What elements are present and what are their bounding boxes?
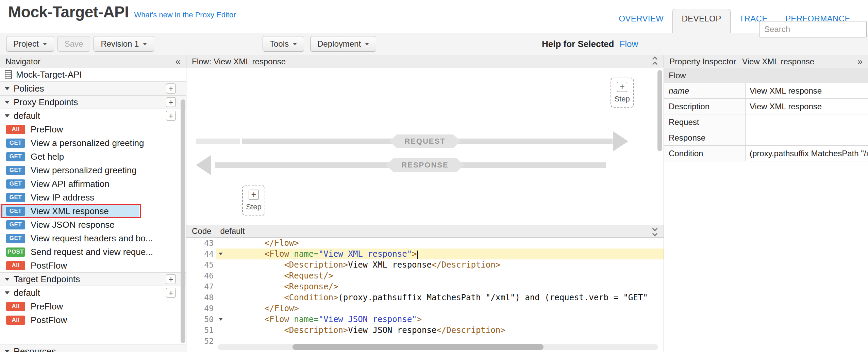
nav-item-view-ip-address[interactable]: GETView IP address <box>0 191 186 204</box>
prop-value[interactable] <box>746 130 868 145</box>
code-line[interactable]: 48 <Condition>(proxy.pathsuffix MatchesP… <box>186 292 664 303</box>
code-line[interactable]: 46 <Request/> <box>186 270 664 281</box>
tab-overview[interactable]: OVERVIEW <box>610 9 672 33</box>
add-button[interactable]: + <box>166 111 176 121</box>
nav-root-mock-target-api[interactable]: Mock-Target-API <box>0 68 186 82</box>
nav-subsection-default[interactable]: default+ <box>0 109 186 123</box>
nav-item-send-request-and-view-reque[interactable]: POSTSend request and view reque... <box>0 245 186 259</box>
code-line[interactable]: 51 <Description>View JSON response</Desc… <box>186 325 664 336</box>
add-button[interactable]: + <box>166 274 176 284</box>
code-line[interactable]: 49 </Flow> <box>186 303 664 314</box>
add-button[interactable]: + <box>166 288 176 298</box>
nav-item-label: View IP address <box>31 192 94 203</box>
code-horizontal-scrollbar[interactable] <box>218 344 658 350</box>
add-step-button-request[interactable]: + Step <box>611 78 634 108</box>
nav-subsection-default[interactable]: default+ <box>0 286 186 300</box>
method-badge: GET <box>6 207 25 216</box>
prop-row-condition: Condition(proxy.pathsuffix MatchesPath "… <box>664 146 868 161</box>
prop-row-name: nameView XML response <box>664 83 868 99</box>
nav-item-label: Policies <box>14 83 44 94</box>
nav-item-view-request-headers-and-bo[interactable]: GETView request headers and bo... <box>0 231 186 245</box>
prop-row-response: Response <box>664 130 868 146</box>
prop-section-flow: Flow <box>664 68 868 83</box>
nav-section-policies[interactable]: Policies+ <box>0 82 186 95</box>
code-line[interactable]: 50 <Flow name="View JSON response"> <box>186 314 664 325</box>
fold-gutter <box>216 259 225 270</box>
code-line[interactable]: 45 <Description>View XML response</Descr… <box>186 259 664 270</box>
nav-item-label: PreFlow <box>31 301 63 312</box>
prop-value[interactable]: View XML response <box>746 99 868 114</box>
help-flow-link[interactable]: Flow <box>619 39 638 49</box>
save-button[interactable]: Save <box>57 36 90 52</box>
property-inspector-subtitle: View XML response <box>742 57 814 66</box>
navigator-scrollbar[interactable] <box>181 68 185 352</box>
fold-gutter <box>216 270 225 281</box>
search-input[interactable] <box>759 21 867 37</box>
prop-value[interactable] <box>746 114 868 130</box>
flow-panel-title: Flow: View XML response <box>192 57 286 66</box>
expand-inspector-icon[interactable]: » <box>857 57 863 66</box>
nav-item-postflow[interactable]: AllPostFlow <box>0 313 186 327</box>
collapse-code-panel-icon[interactable] <box>652 225 658 237</box>
prop-value[interactable]: (proxy.pathsuffix MatchesPath "/x <box>746 146 868 161</box>
fold-marker-icon[interactable] <box>216 249 225 259</box>
line-number: 43 <box>186 238 216 249</box>
nav-section-resources[interactable]: Resources <box>0 345 186 352</box>
nav-item-view-json-response[interactable]: GETView JSON response <box>0 218 186 231</box>
tab-develop[interactable]: DEVELOP <box>672 9 730 33</box>
content: Navigator « Mock-Target-APIPolicies+Prox… <box>0 55 868 352</box>
request-arrow-icon <box>613 131 628 151</box>
code-editor[interactable]: 43 </Flow>44 <Flow name="View XML respon… <box>186 238 664 352</box>
fold-marker-icon[interactable] <box>216 314 225 325</box>
plus-icon: + <box>617 82 627 92</box>
code-text: <Description>View JSON response</Descrip… <box>225 325 664 336</box>
code-line[interactable]: 43 </Flow> <box>186 238 664 249</box>
nav-item-preflow[interactable]: AllPreFlow <box>0 300 186 313</box>
prop-value[interactable]: View XML response <box>746 83 868 98</box>
add-step-button-response[interactable]: + Step <box>242 186 265 215</box>
nav-item-view-xml-response[interactable]: GETView XML response <box>0 204 186 218</box>
fold-gutter <box>216 238 225 249</box>
property-inspector-header: Property Inspector View XML response » <box>664 55 868 68</box>
text-cursor <box>417 251 418 259</box>
line-content: <Request/> <box>216 270 664 281</box>
nav-item-get-help[interactable]: GETGet help <box>0 150 186 163</box>
flow-scrollbar[interactable] <box>657 70 662 223</box>
nav-item-preflow[interactable]: AllPreFlow <box>0 123 186 136</box>
nav-section-target-endpoints[interactable]: Target Endpoints+ <box>0 272 186 286</box>
nav-item-postflow[interactable]: AllPostFlow <box>0 259 186 272</box>
tools-button[interactable]: Tools <box>263 36 304 52</box>
code-text: <Response/> <box>225 281 664 292</box>
whats-new-link[interactable]: What's new in the Proxy Editor <box>134 11 236 19</box>
nav-item-label: Get help <box>31 151 64 162</box>
nav-item-label: PostFlow <box>31 315 67 325</box>
nav-section-proxy-endpoints[interactable]: Proxy Endpoints+ <box>0 95 186 109</box>
project-button[interactable]: Project <box>6 36 54 52</box>
nav-item-label: Resources <box>14 346 56 352</box>
add-button[interactable]: + <box>166 97 176 107</box>
nav-item-label: PreFlow <box>31 124 63 135</box>
expand-flow-panel-icon[interactable] <box>652 56 658 67</box>
line-number: 46 <box>186 270 216 281</box>
collapse-navigator-icon[interactable]: « <box>175 57 181 66</box>
fold-gutter <box>216 303 225 314</box>
revision-button[interactable]: Revision 1 <box>94 36 154 52</box>
nav-item-label: default <box>14 288 40 298</box>
nav-item-view-a-personalized-greeting[interactable]: GETView a personalized greeting <box>0 136 186 150</box>
scrollbar-thumb[interactable] <box>293 344 544 350</box>
fold-gutter <box>216 281 225 292</box>
nav-item-view-personalized-greeting[interactable]: GETView personalized greeting <box>0 163 186 177</box>
scrollbar-thumb[interactable] <box>181 99 185 343</box>
deployment-button[interactable]: Deployment <box>310 36 376 52</box>
code-line[interactable]: 44 <Flow name="View XML response"> <box>186 249 664 259</box>
code-panel-header: Code default <box>186 225 664 238</box>
method-badge: GET <box>6 179 25 189</box>
scrollbar-thumb[interactable] <box>657 70 662 151</box>
code-line[interactable]: 47 <Response/> <box>186 281 664 292</box>
nav-item-label: Proxy Endpoints <box>14 97 78 108</box>
line-number: 50 <box>186 314 216 325</box>
nav-item-view-api-affirmation[interactable]: GETView API affirmation <box>0 177 186 191</box>
caret-down-icon <box>219 318 223 321</box>
navigator-header: Navigator « <box>0 55 186 68</box>
add-button[interactable]: + <box>166 84 176 94</box>
